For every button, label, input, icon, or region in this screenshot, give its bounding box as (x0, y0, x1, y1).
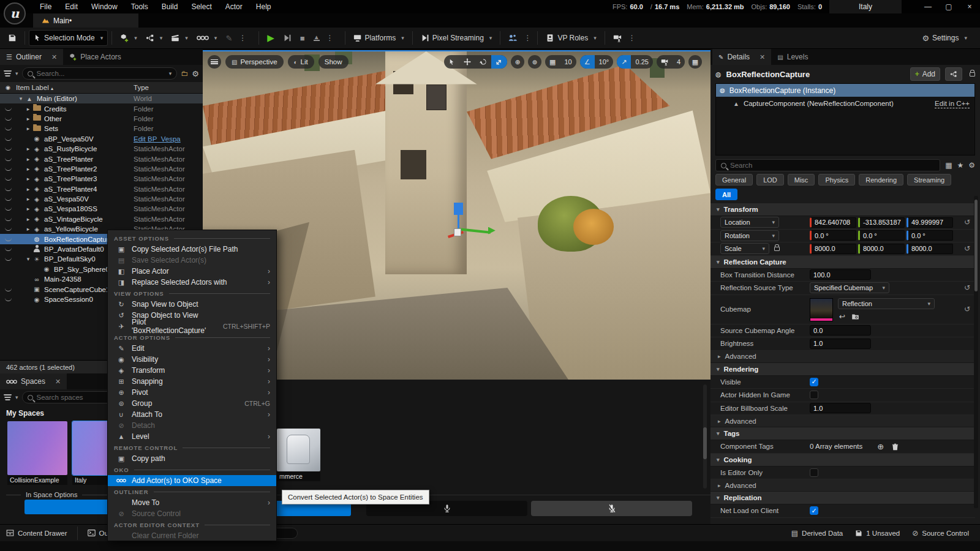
edit-blueprint-link[interactable]: Edit BP_Vespa (134, 135, 181, 143)
table-row[interactable]: ▸ ◈ aS_RustyBicycle StaticMeshActor (0, 144, 203, 154)
table-row[interactable]: ◉ aBP_Vespa50V Edit BP_Vespa (0, 134, 203, 144)
menu-item-place-actor[interactable]: ◧ Place Actor › (108, 266, 276, 277)
avatars-options-dots[interactable]: ⋮ (521, 34, 533, 42)
filter-chip-general[interactable]: General (715, 174, 753, 186)
filter-chip-physics[interactable]: Physics (818, 174, 855, 186)
outliner-settings-gear-icon[interactable]: ⚙ (192, 69, 199, 78)
menu-item-copy-path[interactable]: ▣ Copy path (108, 453, 276, 464)
column-item-label[interactable]: Item Label ▴ (16, 84, 53, 91)
section-cooking[interactable]: ▾ Cooking (710, 454, 975, 467)
menu-item-source-control[interactable]: ⊘ Source Control (108, 508, 276, 519)
lock-open-icon[interactable] (970, 72, 975, 77)
browse-to-asset-icon[interactable] (851, 313, 859, 321)
expand-arrow[interactable]: ▸ (24, 176, 32, 182)
vp-roles-dropdown[interactable]: VP Roles ▾ (541, 30, 600, 46)
menu-item-snapping[interactable]: ⊞ Snapping › (108, 376, 276, 387)
expand-arrow[interactable]: ▸ (24, 186, 32, 192)
menu-item-replace-selected[interactable]: ◨ Replace Selected Actors with › (108, 277, 276, 288)
eye-closed-icon[interactable] (0, 207, 16, 211)
trash-icon[interactable] (891, 443, 899, 451)
cubemap-thumbnail[interactable] (810, 298, 833, 321)
eye-closed-icon[interactable] (0, 157, 16, 161)
grid-snap-toggle[interactable]: ▦ (545, 55, 560, 69)
cubemap-asset-dropdown[interactable]: Reflection▾ (838, 298, 935, 309)
eye-closed-icon[interactable] (0, 257, 16, 261)
avatars-button[interactable] (504, 30, 521, 46)
section-tags[interactable]: ▾ Tags (710, 427, 975, 440)
menu-item-visibility[interactable]: ◉ Visibility › (108, 354, 276, 365)
play-from-here-button[interactable] (279, 30, 296, 46)
eye-closed-icon[interactable] (0, 107, 16, 111)
expand-arrow[interactable]: ▸ (24, 216, 32, 222)
tab-spaces[interactable]: Spaces ✕ (0, 373, 67, 389)
menu-item-detach[interactable]: ⊘ Detach (108, 420, 276, 431)
play-options-dots[interactable]: ⋮ (324, 34, 336, 42)
grid-snap-value[interactable]: 10 (560, 55, 576, 69)
transform-gizmo[interactable] (447, 203, 502, 246)
eye-closed-icon[interactable] (0, 177, 16, 181)
table-row[interactable]: ▸ Credits Folder (0, 103, 203, 113)
net-load-on-client-checkbox[interactable]: ✓ (810, 506, 818, 515)
menu-window[interactable]: Window (85, 0, 124, 13)
scale-dropdown[interactable]: Scale▾ (720, 243, 769, 254)
expand-arrow[interactable]: ▸ (24, 196, 32, 202)
table-row[interactable]: ▸ Sets Folder (0, 124, 203, 133)
tab-outliner[interactable]: ☰ Outliner ✕ (0, 49, 63, 65)
filter-chip-all[interactable]: All (715, 189, 737, 200)
scale-snap-value[interactable]: 0.25 (631, 55, 652, 69)
move-tool[interactable] (459, 55, 475, 69)
filter-chip-streaming[interactable]: Streaming (907, 174, 951, 186)
tab-main-level[interactable]: Main• (33, 13, 138, 28)
play-button[interactable]: ▶ (263, 30, 279, 46)
reflection-source-type-dropdown[interactable]: Specified Cubemap▾ (810, 282, 889, 293)
menu-item-pilot[interactable]: ✈ Pilot 'BoxReflectionCapture' CTRL+SHIF… (108, 321, 276, 332)
add-actor-dropdown[interactable]: ▾ (116, 30, 141, 46)
show-dropdown[interactable]: Show (318, 55, 349, 69)
location-z-field[interactable]: 49.999997 (907, 217, 953, 228)
cinematics-dropdown[interactable]: ▾ (167, 30, 192, 46)
component-row-selected[interactable]: ◍ BoxReflectionCapture (Instance) (716, 84, 974, 97)
platforms-dropdown[interactable]: Platforms ▾ (349, 30, 409, 46)
reflection-advanced-toggle[interactable]: ▸ Advanced (710, 351, 975, 363)
scale-x-field[interactable]: 8000.0 (810, 244, 856, 254)
add-array-element-icon[interactable]: ⊕ (877, 442, 884, 451)
scale-y-field[interactable]: 8000.0 (858, 244, 905, 254)
eye-closed-icon[interactable] (0, 288, 16, 291)
display-options-icon[interactable]: ▦ (945, 161, 952, 170)
viewport[interactable]: ▧ Perspective ◐ Lit Show ⊕ ⊚ ▦ 10 (203, 50, 710, 380)
outliner-search-input[interactable] (37, 70, 163, 77)
eye-closed-icon[interactable] (0, 238, 16, 241)
toolbar-overflow-dots[interactable]: ⋮ (236, 34, 249, 42)
filter-chip-rendering[interactable]: Rendering (859, 174, 903, 186)
table-row[interactable]: ▸ ◈ aS_Vespa180SS StaticMeshActor (0, 204, 203, 214)
expand-arrow[interactable]: ▸ (24, 166, 32, 172)
table-row[interactable]: ▸ ◈ aS_TreePlanter2 StaticMeshActor (0, 164, 203, 174)
menu-item-snap-view-to-object[interactable]: ↻ Snap View to Object (108, 299, 276, 310)
table-row[interactable]: ▾ ▲ Main (Editor) World (0, 94, 203, 103)
eye-closed-icon[interactable] (0, 167, 16, 171)
space-card-collisionexample[interactable]: CollisionExample (7, 421, 67, 485)
menu-select[interactable]: Select (184, 0, 218, 13)
visibility-column-icon[interactable]: ◉ (0, 84, 16, 91)
menu-build[interactable]: Build (155, 0, 185, 13)
menu-item-transform[interactable]: ◈ Transform › (108, 365, 276, 376)
paint-mode-button[interactable]: ✎ (221, 30, 236, 46)
details-scrollbar[interactable] (974, 196, 978, 508)
add-component-button[interactable]: + Add (910, 67, 940, 81)
box-transition-distance-field[interactable]: 100.0 (810, 269, 871, 280)
reset-icon[interactable]: ↺ (964, 305, 970, 313)
menu-item-save-selected[interactable]: ▤ Save Selected Actor(s) (108, 255, 276, 266)
section-replication[interactable]: ▾ Replication (710, 492, 975, 504)
scrollbar[interactable] (703, 384, 707, 489)
tab-levels[interactable]: ▤ Levels (771, 49, 814, 65)
menu-item-level[interactable]: ▲ Level › (108, 431, 276, 442)
maximize-button[interactable]: ▢ (938, 0, 959, 13)
location-dropdown[interactable]: Location▾ (720, 217, 779, 228)
selection-mode-dropdown[interactable]: Selection Mode ▾ (29, 30, 108, 46)
expand-arrow[interactable]: ▸ (24, 116, 32, 122)
search-options-chevron[interactable]: ▾ (169, 70, 172, 77)
space-thumbnail[interactable] (7, 421, 67, 475)
menu-edit[interactable]: Edit (58, 0, 85, 13)
maximize-viewport-button[interactable]: ▦ (688, 55, 702, 69)
eye-closed-icon[interactable] (0, 298, 16, 301)
